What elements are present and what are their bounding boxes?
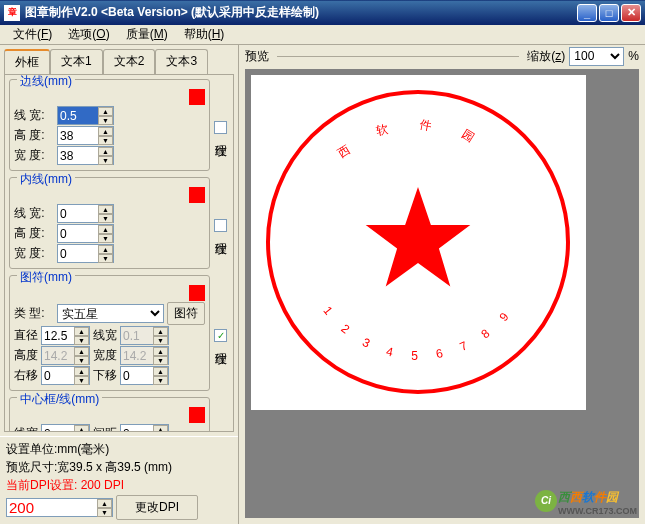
svg-text:1 2 3 4 5 6 7 8 9: 1 2 3 4 5 6 7 8 9 <box>320 304 516 363</box>
left-panel: 外框 文本1 文本2 文本3 边线(mm) 线 宽: ▲▼ 高 度: ▲▼ 宽 … <box>0 45 239 524</box>
preview-area[interactable]: 西软件园 1 2 3 4 5 6 7 8 9 <box>245 69 639 518</box>
menubar: 文件(F) 选项(O) 质量(M) 帮助(H) <box>0 25 645 45</box>
stamp-canvas: 西软件园 1 2 3 4 5 6 7 8 9 <box>251 75 586 410</box>
border-height-input[interactable]: ▲▼ <box>57 126 114 145</box>
border-color[interactable] <box>189 89 205 105</box>
close-button[interactable]: ✕ <box>621 4 641 22</box>
unit-label: 设置单位:mm(毫米) <box>6 440 232 458</box>
border-linewidth-input[interactable]: ▲▼ <box>57 106 114 125</box>
group-symbol-title: 图符(mm) <box>17 269 75 286</box>
watermark-logo-icon: Ci <box>535 490 557 512</box>
border-width-input[interactable]: ▲▼ <box>57 146 114 165</box>
change-dpi-button[interactable]: 更改DPI <box>116 495 198 520</box>
menu-options[interactable]: 选项(O) <box>60 24 117 45</box>
center-lw-input[interactable]: ▲▼ <box>41 424 90 432</box>
inner-height-input[interactable]: ▲▼ <box>57 224 114 243</box>
zoom-suffix: % <box>628 49 639 63</box>
border-texture-check[interactable] <box>214 121 227 134</box>
menu-quality[interactable]: 质量(M) <box>118 24 176 45</box>
inner-color[interactable] <box>189 187 205 203</box>
symbol-diameter-input[interactable]: ▲▼ <box>41 326 90 345</box>
symbol-type-button[interactable]: 图符 <box>167 302 205 325</box>
app-icon: 章 <box>4 5 20 21</box>
dpi-input[interactable]: ▲▼ <box>6 498 113 517</box>
symbol-lw2-input[interactable]: ▲▼ <box>120 326 169 345</box>
menu-help[interactable]: 帮助(H) <box>176 24 233 45</box>
group-inner-title: 内线(mm) <box>17 171 75 188</box>
svg-marker-3 <box>366 187 471 287</box>
border-linewidth-label: 线 宽: <box>14 107 54 124</box>
symbol-xoff-input[interactable]: ▲▼ <box>41 366 90 385</box>
group-center-title: 中心框/线(mm) <box>17 391 102 408</box>
border-height-label: 高 度: <box>14 127 54 144</box>
tab-text1[interactable]: 文本1 <box>50 49 103 74</box>
right-panel: 预览 缩放(z) 100 % 西软件园 1 2 3 4 5 6 7 8 9 <box>239 45 645 524</box>
center-color[interactable] <box>189 407 205 423</box>
watermark-brand: 西西软件园 <box>558 485 637 506</box>
symbol-type-select[interactable]: 实五星 <box>57 304 164 323</box>
titlebar: 章 图章制作V2.0 <Beta Version> (默认采用中反走样绘制) _… <box>0 0 645 25</box>
tabs: 外框 文本1 文本2 文本3 <box>0 45 238 74</box>
star-icon <box>366 187 471 287</box>
tab-text2[interactable]: 文本2 <box>103 49 156 74</box>
tab-content: 边线(mm) 线 宽: ▲▼ 高 度: ▲▼ 宽 度: ▲▼ 纹理 内线(mm) <box>4 74 234 432</box>
group-border-title: 边线(mm) <box>17 74 75 90</box>
footer: 设置单位:mm(毫米) 预览尺寸:宽39.5 x 高39.5 (mm) 当前DP… <box>0 436 238 524</box>
tab-outer[interactable]: 外框 <box>4 49 50 74</box>
symbol-yoff-input[interactable]: ▲▼ <box>120 366 169 385</box>
watermark-url: WWW.CR173.COM <box>558 506 637 516</box>
inner-texture-check[interactable] <box>214 219 227 232</box>
symbol-texture-check[interactable]: ✓ <box>214 329 227 342</box>
symbol-width-input[interactable]: ▲▼ <box>120 346 169 365</box>
border-width-label: 宽 度: <box>14 147 54 164</box>
inner-width-input[interactable]: ▲▼ <box>57 244 114 263</box>
symbol-color[interactable] <box>189 285 205 301</box>
maximize-button[interactable]: □ <box>599 4 619 22</box>
preview-title: 预览 <box>245 48 269 65</box>
tab-text3[interactable]: 文本3 <box>155 49 208 74</box>
center-gap-input[interactable]: ▲▼ <box>120 424 169 432</box>
inner-linewidth-input[interactable]: ▲▼ <box>57 204 114 223</box>
symbol-height-input[interactable]: ▲▼ <box>41 346 90 365</box>
stamp-svg: 西软件园 1 2 3 4 5 6 7 8 9 <box>251 75 586 410</box>
size-label: 预览尺寸:宽39.5 x 高39.5 (mm) <box>6 458 232 476</box>
zoom-label: 缩放(z) <box>527 48 565 65</box>
svg-text:西软件园: 西软件园 <box>335 117 502 161</box>
watermark: Ci 西西软件园 WWW.CR173.COM <box>535 485 637 516</box>
zoom-select[interactable]: 100 <box>569 47 624 66</box>
window-title: 图章制作V2.0 <Beta Version> (默认采用中反走样绘制) <box>25 4 577 21</box>
minimize-button[interactable]: _ <box>577 4 597 22</box>
dpi-label: 当前DPI设置: 200 DPI <box>6 476 232 494</box>
menu-file[interactable]: 文件(F) <box>5 24 60 45</box>
